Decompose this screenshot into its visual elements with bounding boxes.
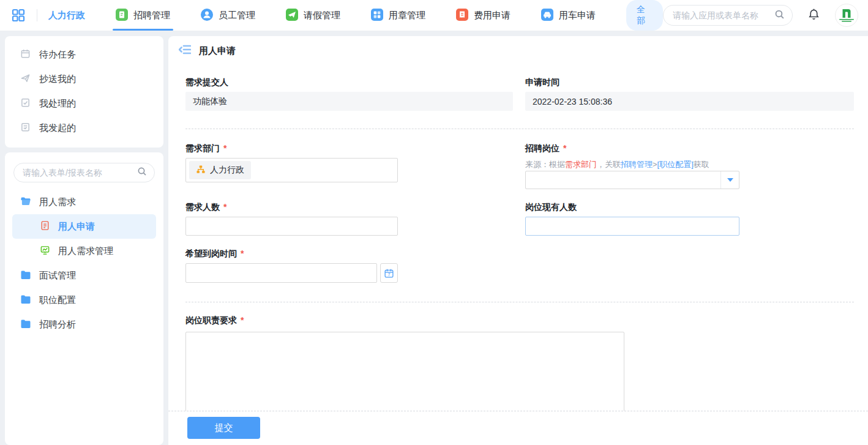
page-title: 用人申请 xyxy=(199,45,236,57)
existing-headcount-label: 岗位现有人数 xyxy=(525,202,577,212)
required-asterisk: * xyxy=(563,143,566,153)
apply-time-value: 2022-02-23 15:08:36 xyxy=(525,92,854,111)
nav-app-employee[interactable]: 员工管理 xyxy=(201,0,255,31)
existing-headcount-input[interactable] xyxy=(525,217,739,236)
calendar-picker-button[interactable]: 7 xyxy=(380,263,398,283)
hint-text: ，关联 xyxy=(597,160,621,169)
field-duties: 岗位职责要求 * xyxy=(185,315,854,411)
tree-form-label: 用人申请 xyxy=(58,221,95,233)
seal-app-icon xyxy=(371,9,383,23)
field-existing-headcount: 岗位现有人数 xyxy=(525,202,854,236)
sidebar-tasks-card: 待办任务 抄送我的 我处理的 我发起的 xyxy=(5,36,163,148)
nav-right-group xyxy=(663,4,858,27)
required-asterisk: * xyxy=(241,249,244,258)
nav-divider xyxy=(37,9,37,21)
nav-workspace[interactable]: 人力行政 xyxy=(48,0,85,31)
sidebar: 待办任务 抄送我的 我处理的 我发起的 xyxy=(5,36,163,445)
org-chart-icon xyxy=(196,165,206,176)
sidebar-forms-card: 用人需求 用人申请 用人需求管理 面试管理 xyxy=(5,152,163,445)
tree-form-hiring-request[interactable]: 用人申请 xyxy=(12,214,156,239)
tree-folder-position-config[interactable]: 职位配置 xyxy=(5,288,163,312)
nav-app-label: 费用申请 xyxy=(474,10,511,21)
tree-folder-label: 招聘分析 xyxy=(39,319,76,331)
position-source-hint: 来源：根据需求部门，关联招聘管理>[职位配置]获取 xyxy=(525,160,854,170)
handled-icon xyxy=(20,97,31,110)
hint-link-recruit-mgmt[interactable]: 招聘管理 xyxy=(621,160,653,169)
folder-icon xyxy=(20,319,31,331)
nav-app-vehicle[interactable]: 用车申请 xyxy=(541,0,596,31)
app-search-input[interactable] xyxy=(673,10,774,20)
position-select[interactable] xyxy=(525,171,739,189)
form-doc-icon xyxy=(40,220,50,233)
sidebar-item-cc[interactable]: 抄送我的 xyxy=(5,67,163,91)
tree-folder-label: 用人需求 xyxy=(39,196,76,208)
folder-icon xyxy=(20,294,31,306)
sidebar-item-todo[interactable]: 待办任务 xyxy=(5,42,163,67)
hint-text: > xyxy=(653,160,657,169)
nav-app-leave[interactable]: 请假管理 xyxy=(286,0,340,31)
vehicle-app-icon xyxy=(541,9,553,23)
headcount-input[interactable] xyxy=(185,217,398,236)
tree-folder-demand[interactable]: 用人需求 xyxy=(5,190,163,214)
nav-app-label: 请假管理 xyxy=(304,10,340,21)
nav-app-recruit[interactable]: 招聘管理 xyxy=(116,0,170,31)
expected-date-label: 希望到岗时间 xyxy=(185,249,237,258)
form-search-box[interactable] xyxy=(13,163,155,182)
department-input[interactable]: 人力行政 xyxy=(185,158,398,182)
initiated-icon xyxy=(20,122,31,134)
top-navbar: 人力行政 招聘管理 员工管理 请假管理 用章管理 xyxy=(0,0,868,31)
sidebar-item-label: 抄送我的 xyxy=(39,73,76,85)
chevron-down-icon xyxy=(727,178,733,182)
hint-link-department[interactable]: 需求部门 xyxy=(565,160,597,169)
department-tag: 人力行政 xyxy=(189,161,251,179)
tree-folder-interview[interactable]: 面试管理 xyxy=(5,263,163,288)
required-asterisk: * xyxy=(241,315,244,325)
required-asterisk: * xyxy=(223,143,226,153)
tree-folder-recruit-analysis[interactable]: 招聘分析 xyxy=(5,312,163,337)
submitter-value: 功能体验 xyxy=(185,92,513,111)
leave-app-icon xyxy=(286,9,298,23)
field-apply-time: 申请时间 2022-02-23 15:08:36 xyxy=(525,77,854,111)
app-search-box[interactable] xyxy=(663,5,793,26)
tree-folder-label: 职位配置 xyxy=(39,294,76,306)
sidebar-item-label: 待办任务 xyxy=(39,49,76,61)
expense-app-icon xyxy=(456,9,468,23)
nav-all-pill[interactable]: 全部 xyxy=(626,0,663,31)
workspace-label: 人力行政 xyxy=(48,10,85,21)
tree-folder-label: 面试管理 xyxy=(39,270,76,282)
search-icon xyxy=(774,9,785,22)
field-department: 需求部门 * 人力行政 xyxy=(185,143,513,182)
section-divider xyxy=(185,302,854,302)
nav-app-expense[interactable]: 费用申请 xyxy=(456,0,511,31)
sidebar-item-label: 我处理的 xyxy=(39,98,76,110)
folder-open-icon xyxy=(20,196,31,208)
sidebar-item-label: 我发起的 xyxy=(39,122,76,134)
form-search-input[interactable] xyxy=(23,168,137,178)
submit-button[interactable]: 提交 xyxy=(187,417,260,439)
hint-link-position-config[interactable]: [职位配置] xyxy=(657,160,694,169)
form-footer: 提交 xyxy=(168,411,868,445)
main-panel: 用人申请 需求提交人 功能体验 申请时间 2022-02-23 15:08:36 xyxy=(168,36,868,445)
sidebar-item-initiated[interactable]: 我发起的 xyxy=(5,116,163,140)
expected-date-input[interactable] xyxy=(185,263,377,283)
duties-textarea[interactable] xyxy=(185,332,624,411)
nav-app-label: 用车申请 xyxy=(559,10,596,21)
search-icon xyxy=(137,166,147,179)
bell-icon[interactable] xyxy=(807,8,820,23)
nav-app-label: 员工管理 xyxy=(219,10,255,21)
apps-grid-icon[interactable] xyxy=(11,8,26,23)
headcount-label: 需求人数 xyxy=(185,202,220,212)
field-submitter: 需求提交人 功能体验 xyxy=(185,77,513,111)
nav-app-label: 用章管理 xyxy=(389,10,425,21)
company-logo[interactable] xyxy=(835,4,858,27)
field-expected-date: 希望到岗时间 * 7 xyxy=(185,249,854,283)
nav-app-seal[interactable]: 用章管理 xyxy=(371,0,425,31)
select-caret-button[interactable] xyxy=(720,171,739,189)
department-tag-label: 人力行政 xyxy=(210,165,244,176)
tree-report-demand-mgmt[interactable]: 用人需求管理 xyxy=(5,239,163,263)
form-content: 需求提交人 功能体验 申请时间 2022-02-23 15:08:36 需求部门… xyxy=(168,65,868,411)
collapse-sidebar-icon[interactable] xyxy=(179,44,191,58)
form-header: 用人申请 xyxy=(168,36,868,65)
sidebar-item-handled[interactable]: 我处理的 xyxy=(5,91,163,116)
duties-label: 岗位职责要求 xyxy=(185,315,237,325)
